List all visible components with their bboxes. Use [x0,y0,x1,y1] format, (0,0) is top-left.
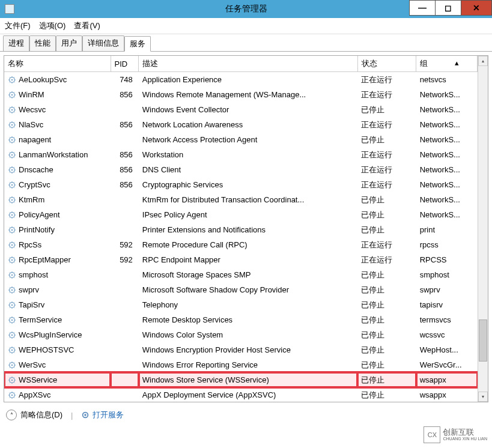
svg-point-19 [11,214,13,216]
table-row[interactable]: PrintNotifyPrinter Extensions and Notifi… [4,222,478,237]
service-status: 已停止 [357,387,416,402]
menu-view[interactable]: 查看(V) [74,20,100,31]
table-row[interactable]: AeLookupSvc748Application Experience正在运行… [4,72,478,88]
table-row[interactable]: PolicyAgentIPsec Policy Agent已停止NetworkS… [4,207,478,222]
tab-details[interactable]: 详细信息 [82,35,124,51]
menu-bar: 文件(F) 选项(O) 查看(V) [0,18,492,34]
service-gear-icon [8,181,16,189]
svg-point-13 [11,169,13,171]
tab-users[interactable]: 用户 [56,35,82,51]
column-header-status[interactable]: 状态 [357,56,416,72]
service-gear-icon [8,346,16,354]
service-group: swprv [416,282,478,297]
table-row[interactable]: WcsPlugInServiceWindows Color System已停止w… [4,327,478,342]
service-gear-icon [8,76,16,84]
service-name: AppXSvc [19,390,50,399]
table-row[interactable]: swprvMicrosoft Software Shadow Copy Prov… [4,282,478,297]
column-header-pid[interactable]: PID [111,56,139,72]
service-status: 已停止 [357,267,416,282]
table-row[interactable]: RpcEptMapper592RPC Endpoint Mapper正在运行RP… [4,252,478,267]
table-row[interactable]: AppXSvcAppX Deployment Service (AppXSVC)… [4,387,478,402]
service-name: PolicyAgent [19,210,60,219]
service-group: NetworkS... [416,177,478,192]
fewer-details-label: 简略信息(D) [20,410,62,420]
service-group: rpcss [416,237,478,252]
footer-separator: | [71,411,73,420]
table-row[interactable]: TermServiceRemote Desktop Services已停止ter… [4,312,478,327]
svg-point-17 [11,199,13,201]
column-header-group[interactable]: 组▴ [416,56,478,72]
menu-file[interactable]: 文件(F) [5,20,31,31]
service-group: RPCSS [416,252,478,267]
service-group: NetworkS... [416,102,478,117]
service-description: Windows Color System [139,327,357,342]
service-pid [111,132,139,147]
service-gear-icon [8,331,16,339]
column-header-description[interactable]: 描述 [139,56,357,72]
table-row[interactable]: WSServiceWindows Store Service (WSServic… [4,372,478,387]
tab-processes[interactable]: 进程 [3,35,29,51]
service-description: Remote Desktop Services [139,312,357,327]
scroll-down-button[interactable]: ▾ [478,392,488,402]
service-name: Wecsvc [19,105,46,114]
table-row[interactable]: napagentNetwork Access Protection Agent已… [4,132,478,147]
service-gear-icon [8,91,16,99]
services-table-wrapper: 名称 PID 描述 状态 组▴ AeLookupSvc748Applicatio… [4,55,488,402]
service-description: Windows Encryption Provider Host Service [139,342,357,357]
table-row[interactable]: WinRM856Windows Remote Management (WS-Ma… [4,87,478,102]
footer: ˄ 简略信息(D) | 打开服务 [0,406,492,424]
open-services-link[interactable]: 打开服务 [81,410,124,420]
service-description: Printer Extensions and Notifications [139,222,357,237]
svg-point-33 [11,319,13,321]
service-description: Application Experience [139,72,357,88]
fewer-details-button[interactable]: ˄ 简略信息(D) [6,410,62,420]
service-gear-icon [8,121,16,129]
svg-point-21 [11,229,13,231]
column-header-name[interactable]: 名称 [4,56,111,72]
table-row[interactable]: TapiSrvTelephony已停止tapisrv [4,297,478,312]
table-row[interactable]: LanmanWorkstation856Workstation正在运行Netwo… [4,147,478,162]
scroll-up-button[interactable]: ▴ [478,56,488,66]
service-pid: 592 [111,237,139,252]
scroll-track[interactable] [478,66,488,392]
service-status: 正在运行 [357,147,416,162]
service-gear-icon [8,166,16,174]
service-description: Telephony [139,297,357,312]
service-name: TapiSrv [19,300,44,309]
services-table: 名称 PID 描述 状态 组▴ AeLookupSvc748Applicatio… [4,56,478,402]
scroll-thumb[interactable] [479,319,487,362]
table-row[interactable]: WEPHOSTSVCWindows Encryption Provider Ho… [4,342,478,357]
service-name: TermService [19,315,62,324]
service-pid: 856 [111,177,139,192]
table-row[interactable]: KtmRmKtmRm for Distributed Transaction C… [4,192,478,207]
table-row[interactable]: CryptSvc856Cryptographic Services正在运行Net… [4,177,478,192]
service-group: WepHost... [416,342,478,357]
menu-options[interactable]: 选项(O) [39,20,66,31]
table-row[interactable]: RpcSs592Remote Procedure Call (RPC)正在运行r… [4,237,478,252]
service-gear-icon [8,136,16,144]
service-gear-icon [8,226,16,234]
svg-point-25 [11,259,13,261]
service-pid [111,327,139,342]
service-pid [111,342,139,357]
service-pid: 856 [111,87,139,102]
service-gear-icon [8,256,16,264]
service-pid [111,357,139,372]
table-row[interactable]: NlaSvc856Network Location Awareness正在运行N… [4,117,478,132]
close-button[interactable]: ✕ [461,0,492,16]
table-row[interactable]: WerSvcWindows Error Reporting Service已停止… [4,357,478,372]
service-description: Network Location Awareness [139,117,357,132]
vertical-scrollbar[interactable]: ▴ ▾ [478,56,488,402]
tab-performance[interactable]: 性能 [29,35,56,51]
tab-services[interactable]: 服务 [124,36,151,52]
service-status: 已停止 [357,357,416,372]
table-row[interactable]: smphostMicrosoft Storage Spaces SMP已停止sm… [4,267,478,282]
service-status: 已停止 [357,222,416,237]
service-gear-icon [8,241,16,249]
minimize-button[interactable]: — [409,0,436,16]
maximize-button[interactable]: ◻ [435,0,461,16]
table-row[interactable]: WecsvcWindows Event Collector已停止NetworkS… [4,102,478,117]
services-gear-icon [81,411,90,419]
service-name: smphost [19,270,48,279]
table-row[interactable]: Dnscache856DNS Client正在运行NetworkS... [4,162,478,177]
